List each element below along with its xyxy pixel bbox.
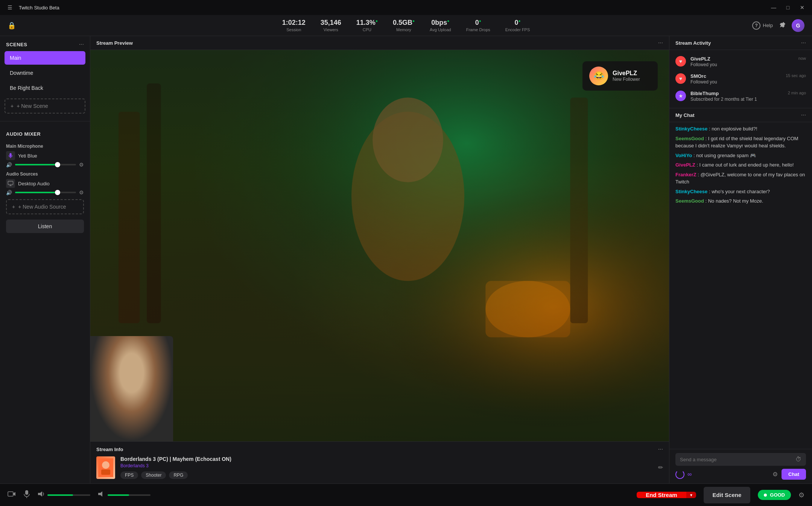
chat-menu-button[interactable]: ··· — [801, 112, 806, 118]
svg-marker-20 — [38, 491, 42, 497]
new-audio-source-button[interactable]: + + New Audio Source — [6, 199, 84, 214]
scene-item-downtime[interactable]: Downtime — [5, 66, 85, 80]
svg-rect-18 — [25, 490, 28, 495]
tag-shooter[interactable]: Shooter — [141, 471, 166, 479]
activity-name-3: BibleThump — [690, 91, 719, 96]
stream-info-menu-button[interactable]: ··· — [658, 446, 663, 452]
stat-viewers: 35,146 Viewers — [321, 19, 341, 32]
stat-framedrops-label: Frame Drops — [466, 27, 490, 32]
close-button[interactable]: ✕ — [797, 2, 807, 13]
chat-username-1[interactable]: StinkyCheese — [675, 126, 707, 132]
mic-settings-button[interactable]: ⚙ — [79, 162, 84, 168]
chat-username-5[interactable]: FrankerZ — [675, 172, 696, 177]
main-mic-label: Main Microphone — [6, 144, 84, 149]
notification-avatar: 😂 — [589, 67, 608, 85]
chat-message-2: SeemsGood : I got rid of the shield heal… — [675, 135, 806, 150]
volume-icon-button[interactable] — [38, 491, 44, 499]
follower-notification: 😂 GivePLZ New Follower — [582, 61, 658, 91]
desktop-audio-icon — [6, 179, 15, 188]
chat-title: My Chat — [675, 112, 695, 118]
activity-name-2: SMOrc — [690, 73, 706, 79]
chat-settings-button[interactable]: ⚙ — [772, 471, 778, 478]
bottom-speaker-row — [98, 491, 151, 499]
chat-username-4[interactable]: GivePLZ — [675, 162, 695, 168]
chat-header: My Chat ··· — [669, 108, 812, 122]
stream-preview-menu-button[interactable]: ··· — [658, 40, 663, 46]
mic-volume-slider[interactable] — [15, 164, 76, 165]
right-sidebar: Stream Activity ··· ♥ GivePLZ Followed y… — [669, 36, 812, 483]
audio-section: Main Microphone Yeti Blue 🔊 ⚙ Audio Sour… — [0, 140, 90, 233]
scene-item-main[interactable]: Main — [5, 51, 85, 65]
stat-upload-label: Avg Upload — [430, 27, 451, 32]
activity-menu-button[interactable]: ··· — [801, 40, 806, 46]
chat-username-7[interactable]: SeemsGood — [675, 198, 704, 204]
svg-point-14 — [102, 461, 109, 469]
scene-downtime-label: Downtime — [10, 70, 33, 76]
tag-rpg[interactable]: RPG — [169, 471, 188, 479]
chat-text-2: : — [705, 136, 708, 141]
stream-info-edit-button[interactable]: ✏ — [658, 464, 663, 471]
chat-actions-row: ∞ ⚙ Chat — [675, 469, 806, 480]
settings-button[interactable]: ⚙ — [798, 491, 804, 499]
audio-sources-label: Audio Sources — [6, 171, 84, 177]
bottom-volume-slider[interactable] — [47, 494, 90, 496]
memory-dot: ● — [412, 19, 415, 23]
activity-title: Stream Activity — [675, 40, 711, 46]
menu-button[interactable]: ☰ — [5, 2, 15, 13]
stat-memory: 0.5GB● Memory — [393, 19, 415, 32]
chat-username-6[interactable]: StinkyCheese — [675, 189, 707, 194]
activity-action-3: Subscribed for 2 months at Tier 1 — [690, 97, 783, 102]
stream-preview-title: Stream Preview — [96, 40, 133, 46]
stat-frame-drops: 0● Frame Drops — [466, 19, 490, 32]
camera-toggle-button[interactable] — [8, 491, 16, 499]
game-thumbnail — [96, 456, 115, 479]
chat-text-7: : — [705, 198, 708, 204]
chat-message-3: VoHiYo : not using grenade spam 🎮 — [675, 152, 806, 159]
chat-message-1: StinkyCheese : non explosive build?! — [675, 125, 806, 133]
bottom-bar: End Stream ▾ Edit Scene GOOD ⚙ — [0, 483, 812, 506]
svg-rect-7 — [147, 83, 161, 323]
chat-username-2[interactable]: SeemsGood — [675, 136, 704, 141]
mic-slider-row: 🔊 ⚙ — [6, 162, 84, 168]
activity-name-1: GivePLZ — [690, 56, 710, 62]
mic-toggle-button[interactable] — [23, 490, 30, 500]
stat-encoderfps-label: Encoder FPS — [505, 27, 530, 32]
edit-scene-button[interactable]: Edit Scene — [704, 487, 751, 503]
stat-cpu-label: CPU — [363, 27, 371, 32]
sidebar-divider — [0, 121, 90, 121]
chat-text-4: : — [696, 162, 699, 168]
avatar[interactable]: G — [792, 19, 804, 32]
chat-message-7: SeemsGood : No nades? Not my Moze. — [675, 197, 806, 205]
stream-title: Borderlands 3 (PC) | Mayhem (Echocast ON… — [120, 456, 653, 462]
scene-item-be-right-back[interactable]: Be Right Back — [5, 81, 85, 95]
desktop-audio-slider[interactable] — [15, 192, 76, 193]
chat-body-1: non explosive build?! — [712, 126, 757, 132]
bottom-speaker-slider[interactable] — [108, 494, 151, 496]
new-scene-button[interactable]: + + New Scene — [5, 98, 85, 114]
upload-dot: ● — [447, 19, 449, 23]
stream-game[interactable]: Borderlands 3 — [120, 463, 653, 468]
chat-body-7: No nades? Not my Moze. — [708, 198, 763, 204]
pin-button[interactable] — [779, 21, 786, 30]
listen-button[interactable]: Listen — [6, 220, 84, 233]
svg-rect-0 — [9, 153, 11, 156]
chat-emoji-button[interactable]: ⏱ — [795, 456, 801, 463]
minimize-button[interactable]: — — [768, 2, 779, 13]
chat-messages: StinkyCheese : non explosive build?! See… — [669, 122, 812, 449]
chat-message-input[interactable] — [680, 457, 792, 462]
maximize-button[interactable]: □ — [783, 2, 793, 13]
speaker-icon-button[interactable] — [98, 491, 105, 499]
svg-rect-8 — [570, 98, 588, 323]
tag-fps[interactable]: FPS — [120, 471, 138, 479]
chat-username-3[interactable]: VoHiYo — [675, 153, 692, 158]
chat-send-button[interactable]: Chat — [782, 469, 806, 480]
desktop-audio-settings-button[interactable]: ⚙ — [79, 189, 84, 195]
streamer-figure — [90, 336, 173, 441]
end-stream-dropdown-button[interactable]: ▾ — [686, 492, 696, 498]
stream-info-title: Stream Info — [96, 447, 123, 452]
help-button[interactable]: ? Help — [752, 21, 773, 30]
scenes-menu-button[interactable]: ··· — [79, 41, 84, 47]
scene-main-label: Main — [10, 55, 21, 61]
end-stream-button[interactable]: End Stream — [637, 492, 686, 498]
audio-mixer-title: Audio Mixer — [6, 131, 41, 137]
